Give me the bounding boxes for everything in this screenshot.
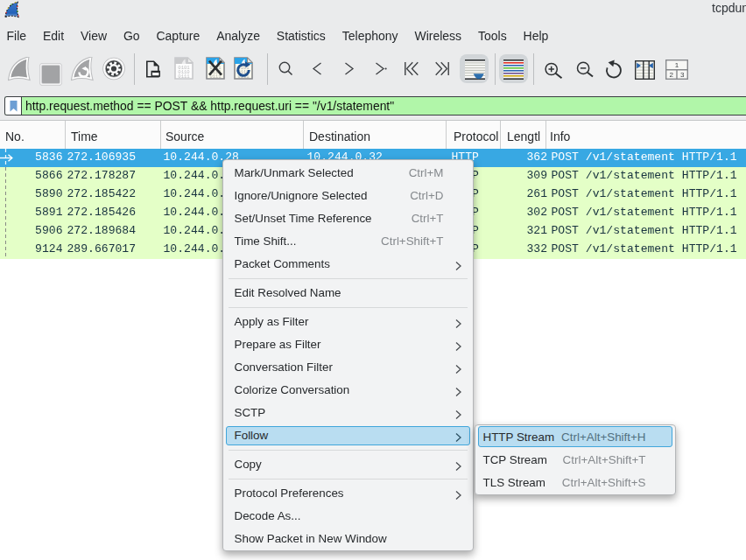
svg-text:1: 1 [674,61,679,69]
svg-text:2: 2 [669,71,673,79]
svg-text:3: 3 [679,71,684,79]
svg-text:0111: 0111 [178,74,190,80]
svg-text:0111: 0111 [210,74,222,80]
